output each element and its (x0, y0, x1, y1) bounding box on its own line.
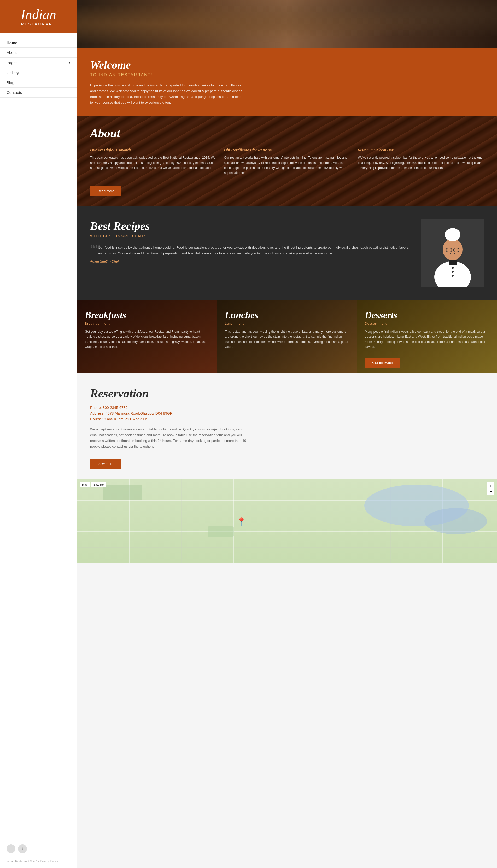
svg-rect-9 (449, 260, 456, 265)
breakfasts-heading: Breakfasts (85, 310, 209, 321)
about-col-saloon-body: We've recently opened a saloon bar for t… (358, 155, 484, 171)
welcome-heading: Welcome (90, 59, 484, 71)
map-tab-bar: Map Satellite (80, 482, 106, 487)
recipes-quote: Our food is inspired by the authentic ho… (90, 245, 411, 256)
recipes-text: Best Recipes WITH BEST INGREDIENTS Our f… (90, 220, 411, 263)
menu-section: Breakfasts Breakfast menu Get your day s… (77, 300, 497, 373)
chef-name: Adam Smith - Chef (90, 260, 411, 263)
about-col-certs-body: Our restaurant works hard with customers… (224, 155, 350, 175)
nav-contacts[interactable]: Contacts (0, 88, 77, 98)
svg-rect-26 (103, 485, 142, 500)
desserts-subheading: Dessert menu (365, 322, 489, 325)
svg-point-8 (445, 228, 460, 241)
about-col-certs-title: Gift Certificates for Patrons (224, 148, 350, 152)
lunches-body: This restaurant has been wooing the lunc… (225, 329, 349, 350)
nav-pages-label: Pages (6, 61, 18, 65)
main-content: Welcome TO INDIAN RESTAURANT! Experience… (77, 0, 497, 563)
breakfasts-body: Get your day started off right with brea… (85, 329, 209, 350)
welcome-section: Welcome TO INDIAN RESTAURANT! Experience… (77, 48, 497, 116)
about-heading: About (90, 126, 484, 140)
reservation-hours: Hours: 10 am-10 pm PST Mon-Sun (90, 417, 484, 421)
logo-restaurant: RESTAURANT (5, 22, 72, 26)
about-col-saloon-title: Visit Our Saloon Bar (358, 148, 484, 152)
map-tab-satellite[interactable]: Satellite (91, 482, 106, 487)
desserts-body: Many people find Indian sweets a bit too… (365, 329, 489, 350)
nav-gallery[interactable]: Gallery (0, 68, 77, 78)
svg-point-3 (443, 238, 463, 261)
reservation-description: We accept restaurant reservations and ta… (90, 426, 247, 450)
reservation-heading: Reservation (90, 386, 484, 400)
map-zoom-out[interactable]: − (488, 489, 493, 494)
nav-about[interactable]: About (0, 48, 77, 58)
about-col-awards: Our Prestigious Awards This year our eat… (90, 148, 216, 175)
about-section: About Our Prestigious Awards This year o… (77, 116, 497, 206)
menu-breakfasts: Breakfasts Breakfast menu Get your day s… (77, 300, 217, 373)
about-col-saloon: Visit Our Saloon Bar We've recently open… (358, 148, 484, 175)
menu-lunches: Lunches Lunch menu This restaurant has b… (217, 300, 357, 373)
chef-image (421, 220, 484, 287)
map-zoom-in[interactable]: + (488, 483, 493, 488)
svg-rect-27 (208, 526, 234, 537)
sidebar-nav: Home About Pages ▾ Gallery Blog Contacts (0, 33, 77, 563)
about-col-certs: Gift Certificates for Patrons Our restau… (224, 148, 350, 175)
lunches-heading: Lunches (225, 310, 349, 321)
svg-point-11 (452, 270, 454, 273)
view-more-button[interactable]: View more (90, 459, 120, 469)
map-tab-map[interactable]: Map (80, 482, 90, 487)
see-full-menu-button[interactable]: See full menu (365, 358, 400, 368)
hero-inner (77, 0, 497, 48)
about-col-awards-body: This year our eatery has been acknowledg… (90, 155, 216, 171)
lunches-subheading: Lunch menu (225, 322, 349, 325)
welcome-subheading: TO INDIAN RESTAURANT! (90, 73, 484, 77)
reservation-info: Phone: 800-2345-6789 Address: 4578 Marmo… (90, 406, 484, 421)
read-more-button[interactable]: Read more (90, 186, 122, 196)
sidebar-logo: Indian RESTAURANT (0, 0, 77, 33)
breakfasts-subheading: Breakfast menu (85, 322, 209, 325)
hero-image (77, 0, 497, 48)
map-section: 📍 Map Satellite + − (77, 480, 497, 563)
nav-blog[interactable]: Blog (0, 78, 77, 88)
svg-point-25 (424, 508, 487, 534)
recipes-subheading: WITH BEST INGREDIENTS (90, 234, 411, 238)
reservation-section: Reservation Phone: 800-2345-6789 Address… (77, 373, 497, 479)
svg-point-10 (452, 267, 454, 269)
menu-desserts: Desserts Dessert menu Many people find I… (357, 300, 497, 373)
recipes-section: Best Recipes WITH BEST INGREDIENTS Our f… (77, 206, 497, 300)
welcome-body: Experience the cuisines of India and be … (90, 83, 247, 105)
svg-point-12 (452, 275, 454, 277)
desserts-heading: Desserts (365, 310, 489, 321)
map-background: 📍 Map Satellite + − (77, 480, 497, 563)
nav-home[interactable]: Home (0, 38, 77, 48)
sidebar: Indian RESTAURANT Home About Pages ▾ Gal… (0, 0, 77, 563)
about-col-awards-title: Our Prestigious Awards (90, 148, 216, 152)
logo-indian: Indian (5, 8, 72, 21)
map-pin: 📍 (237, 517, 246, 526)
reservation-address: Address: 4578 Marmora Road,Glasgow D04 8… (90, 411, 484, 415)
reservation-phone: Phone: 800-2345-6789 (90, 406, 484, 410)
map-zoom-controls: + − (487, 482, 494, 495)
recipes-heading: Best Recipes (90, 220, 411, 233)
chevron-down-icon: ▾ (68, 60, 71, 65)
about-columns: Our Prestigious Awards This year our eat… (90, 148, 484, 175)
nav-pages[interactable]: Pages ▾ (0, 58, 77, 68)
